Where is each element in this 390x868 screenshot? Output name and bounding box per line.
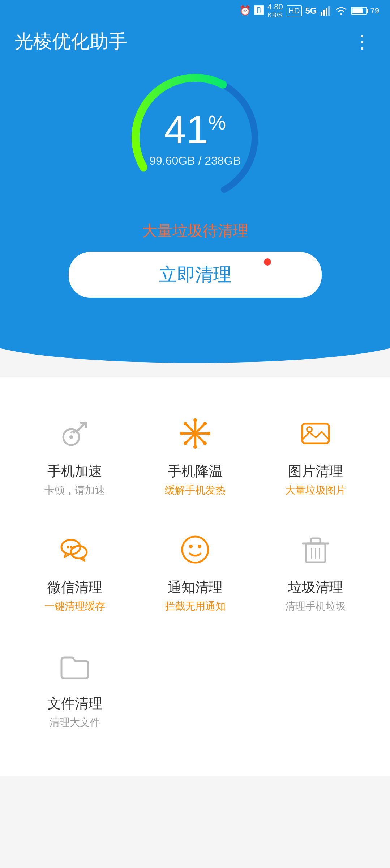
phone-boost-icon <box>55 414 95 453</box>
status-bar: ⏰ 🅱 4.80 KB/S HD 5G 79 <box>0 0 390 22</box>
svg-point-8 <box>69 435 73 439</box>
feature-wechat-clean[interactable]: 微信清理 一键清理缓存 <box>14 515 135 631</box>
photo-clean-name: 图片清理 <box>288 462 343 480</box>
more-menu-button[interactable]: ⋮ <box>350 29 376 54</box>
trash-clean-name: 垃圾清理 <box>288 578 343 597</box>
5g-badge: 5G <box>305 6 317 16</box>
hd-badge: HD <box>287 5 302 16</box>
phone-boost-desc: 卡顿，请加速 <box>44 483 105 497</box>
network-speed: 4.80 KB/S <box>267 2 283 20</box>
wifi-icon <box>335 6 347 16</box>
content-area: 手机加速 卡顿，请加速 <box>0 377 390 776</box>
storage-circle: 41% 99.60GB / 238GB <box>127 69 264 206</box>
feature-phone-cool[interactable]: 手机降温 缓解手机发热 <box>135 399 255 515</box>
svg-point-22 <box>307 427 312 432</box>
photo-clean-desc: 大量垃圾图片 <box>285 483 346 497</box>
phone-cool-icon <box>175 414 215 453</box>
feature-notify-clean[interactable]: 通知清理 拦截无用通知 <box>135 515 255 631</box>
feature-file-clean[interactable]: 文件清理 清理大文件 <box>14 631 135 748</box>
storage-info: 41% 99.60GB / 238GB <box>149 107 241 168</box>
svg-point-28 <box>182 537 208 563</box>
wechat-clean-icon <box>55 530 95 570</box>
svg-point-27 <box>73 546 76 549</box>
svg-rect-21 <box>302 424 329 443</box>
svg-point-25 <box>67 546 69 549</box>
signal-icon <box>321 6 331 16</box>
file-clean-name: 文件清理 <box>47 694 102 713</box>
clean-now-button[interactable]: 立即清理 <box>69 252 322 298</box>
svg-point-15 <box>180 432 184 435</box>
svg-point-20 <box>184 441 187 445</box>
clock-icon: ⏰ <box>239 5 251 16</box>
app-title: 光棱优化助手 <box>14 29 127 54</box>
svg-rect-2 <box>326 8 327 16</box>
clean-button-wrapper: 立即清理 <box>69 252 322 298</box>
phone-cool-desc: 缓解手机发热 <box>165 483 226 497</box>
feature-trash-clean[interactable]: 垃圾清理 清理手机垃圾 <box>255 515 376 631</box>
wechat-clean-name: 微信清理 <box>47 578 102 597</box>
percent-sign: % <box>208 111 226 134</box>
svg-point-14 <box>193 445 197 449</box>
svg-rect-0 <box>321 12 322 16</box>
wechat-clean-desc: 一键清理缓存 <box>44 600 105 613</box>
svg-point-4 <box>340 13 342 15</box>
storage-detail: 99.60GB / 238GB <box>149 154 241 168</box>
file-clean-icon <box>55 646 95 686</box>
blue-section: 41% 99.60GB / 238GB 大量垃圾待清理 立即清理 <box>0 54 390 341</box>
svg-point-16 <box>207 432 210 435</box>
feature-phone-boost[interactable]: 手机加速 卡顿，请加速 <box>14 399 135 515</box>
svg-point-17 <box>184 422 187 425</box>
phone-boost-name: 手机加速 <box>47 462 102 480</box>
notification-dot <box>264 258 271 266</box>
svg-rect-3 <box>328 6 330 16</box>
phone-cool-name: 手机降温 <box>168 462 223 480</box>
svg-point-13 <box>193 418 197 422</box>
file-clean-desc: 清理大文件 <box>50 716 100 729</box>
svg-rect-33 <box>311 538 320 543</box>
battery-icon: 79 <box>351 6 379 16</box>
percent-value: 41 <box>164 107 208 152</box>
trash-clean-desc: 清理手机垃圾 <box>285 600 346 613</box>
svg-point-30 <box>198 545 201 548</box>
photo-clean-icon <box>296 414 335 453</box>
svg-point-29 <box>189 545 193 548</box>
header: 光棱优化助手 ⋮ <box>0 22 390 54</box>
feature-grid: 手机加速 卡顿，请加速 <box>14 399 376 748</box>
svg-rect-1 <box>323 10 325 16</box>
notify-clean-icon <box>175 530 215 570</box>
warning-text: 大量垃圾待清理 <box>142 221 248 241</box>
trash-clean-icon <box>296 530 335 570</box>
notify-clean-name: 通知清理 <box>168 578 223 597</box>
notify-clean-desc: 拦截无用通知 <box>165 600 226 613</box>
status-icons: ⏰ 🅱 4.80 KB/S HD 5G 79 <box>239 2 379 20</box>
svg-point-26 <box>70 546 72 549</box>
svg-point-19 <box>203 422 207 425</box>
svg-point-18 <box>203 441 207 445</box>
bluetooth-icon: 🅱 <box>254 5 264 16</box>
feature-photo-clean[interactable]: 图片清理 大量垃圾图片 <box>255 399 376 515</box>
